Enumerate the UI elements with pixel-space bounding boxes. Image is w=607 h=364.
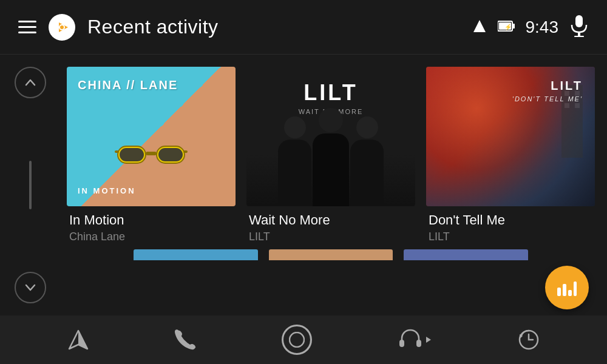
svg-point-26 — [290, 332, 304, 347]
svg-marker-25 — [78, 331, 87, 349]
sidebar — [0, 55, 61, 315]
svg-text:⚡: ⚡ — [504, 23, 512, 31]
lilt-dont-cover-subtitle: 'DON'T TELL ME' — [512, 95, 583, 103]
header-left: Recent activity — [18, 14, 219, 41]
album-cover-lilt-dont: LILT 'DON'T TELL ME' — [426, 67, 595, 206]
svg-rect-28 — [416, 340, 421, 347]
battery-icon: ⚡ — [498, 20, 515, 35]
album-artist-lilt-wait: LILT — [249, 231, 413, 243]
nav-home[interactable] — [282, 325, 312, 355]
svg-rect-19 — [183, 150, 188, 153]
svg-rect-11 — [578, 32, 580, 36]
page-title: Recent activity — [87, 16, 219, 38]
svg-rect-22 — [568, 290, 572, 296]
album-title-lilt-dont: Don't Tell Me — [429, 212, 592, 228]
nav-phone[interactable] — [175, 329, 197, 351]
album-area: CHINA // LANE — [61, 55, 607, 315]
svg-rect-16 — [120, 148, 144, 161]
app-logo — [49, 14, 75, 41]
album-card-lilt-wait[interactable]: LILT WAIT NO MORE — [246, 67, 415, 243]
header: Recent activity ⚡ 9:43 — [0, 0, 607, 55]
nav-history[interactable] — [517, 328, 540, 351]
bottom-strips — [67, 249, 595, 260]
svg-rect-10 — [575, 15, 583, 27]
svg-rect-7 — [512, 24, 515, 29]
svg-rect-27 — [399, 340, 404, 347]
album-title-lilt-wait: Wait No More — [249, 212, 413, 228]
sunglasses-icon — [115, 137, 188, 173]
menu-button[interactable] — [18, 21, 36, 33]
lilt-dont-cover-title: LILT — [512, 79, 583, 93]
nav-music[interactable] — [397, 329, 432, 351]
scroll-down-button[interactable] — [15, 272, 46, 303]
album-info-china-lane: In Motion China Lane — [67, 206, 236, 243]
album-info-lilt-wait: Wait No More LILT — [246, 206, 415, 243]
album-cover-china-lane: CHINA // LANE — [67, 67, 236, 206]
nav-navigation[interactable] — [67, 328, 90, 351]
china-lane-cover-subtitle: IN MOTION — [78, 186, 136, 195]
svg-point-3 — [60, 25, 64, 29]
album-cover-lilt-wait: LILT WAIT NO MORE — [246, 67, 415, 206]
strip-purple — [404, 249, 528, 260]
album-title-china-lane: In Motion — [69, 212, 233, 228]
china-lane-cover-title: CHINA // LANE — [78, 78, 178, 92]
fab-now-playing[interactable] — [545, 266, 589, 309]
svg-rect-17 — [158, 148, 183, 161]
bottom-nav — [0, 315, 607, 364]
svg-rect-18 — [115, 150, 119, 153]
svg-rect-15 — [146, 152, 157, 155]
album-card-china-lane[interactable]: CHINA // LANE — [67, 67, 236, 243]
svg-rect-21 — [563, 284, 566, 296]
album-card-lilt-dont[interactable]: LILT 'DON'T TELL ME' Don't Tell Me LILT — [426, 67, 595, 243]
album-grid: CHINA // LANE — [67, 67, 595, 243]
signal-icon — [472, 19, 487, 36]
strip-peach — [269, 249, 393, 260]
header-right: ⚡ 9:43 — [472, 15, 589, 39]
album-info-lilt-dont: Don't Tell Me LILT — [426, 206, 595, 243]
time-display: 9:43 — [526, 18, 559, 37]
album-artist-china-lane: China Lane — [69, 231, 233, 243]
svg-rect-12 — [574, 36, 584, 37]
main-content: CHINA // LANE — [0, 55, 607, 315]
lilt-wait-cover-title: LILT — [304, 80, 358, 106]
svg-marker-29 — [426, 337, 431, 343]
svg-marker-4 — [473, 20, 486, 32]
mic-icon[interactable] — [569, 15, 589, 39]
album-artist-lilt-dont: LILT — [429, 231, 592, 243]
svg-rect-23 — [574, 281, 577, 296]
scroll-indicator — [29, 161, 32, 209]
strip-blue — [134, 249, 258, 260]
scroll-up-button[interactable] — [15, 67, 46, 98]
svg-rect-20 — [557, 288, 561, 296]
